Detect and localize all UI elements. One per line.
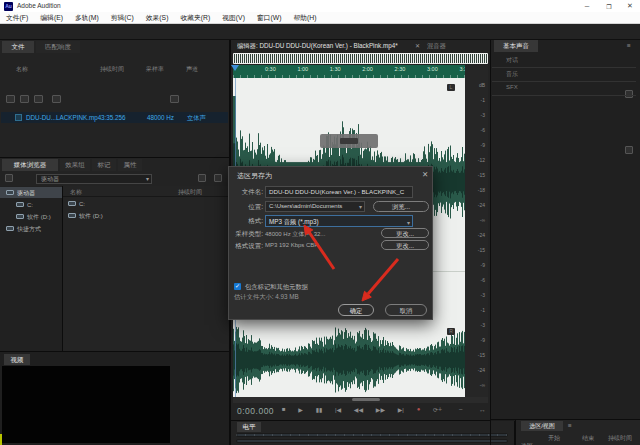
media-browser-panel: 驱动器 ▾ 媒体浏览器效果组标记属性名称持续时间驱动器C:软件 (D:)快捷方式…	[0, 158, 229, 352]
collapsed-panel-icon[interactable]	[625, 90, 633, 98]
panel-menu-icon[interactable]: ≡	[627, 42, 631, 49]
zoom-fit-button[interactable]: ↔	[479, 406, 486, 413]
close-button[interactable]: ✕	[623, 2, 637, 10]
ok-button[interactable]: 确定	[338, 304, 374, 316]
menu-item-1[interactable]: 编辑(E)	[40, 13, 63, 23]
media-tab-2[interactable]: 标记	[92, 159, 116, 171]
level-meter-right	[236, 439, 508, 443]
filename-field[interactable]: DDU-DU DDU-DU(Korean Ver.) - BLACKPINK_C	[265, 186, 413, 198]
files-column-2[interactable]: 采样率	[146, 65, 164, 74]
sample-type-value: 48000 Hz 立体声, 32...	[265, 230, 325, 239]
files-column-0[interactable]: 名称	[16, 65, 28, 74]
browse-button[interactable]: 浏览...	[373, 201, 429, 212]
pause-button[interactable]: ▮▮	[316, 406, 323, 413]
file-channels: 立体声	[187, 114, 206, 123]
media-tab-1[interactable]: 效果组	[60, 159, 90, 171]
cancel-button[interactable]: 取消	[385, 304, 427, 316]
record-button[interactable]: ●	[417, 406, 421, 413]
dialog-close-icon[interactable]: ✕	[422, 170, 428, 179]
playhead-marker[interactable]	[231, 65, 239, 71]
metadata-checkbox[interactable]: ✓	[234, 283, 241, 290]
open-file-icon[interactable]	[6, 95, 15, 103]
right-channel-badge[interactable]: R	[447, 328, 455, 335]
zoom-out-button[interactable]: −	[459, 406, 463, 413]
menu-item-5[interactable]: 收藏夹(R)	[180, 13, 210, 23]
menu-item-4[interactable]: 效果(S)	[146, 13, 169, 23]
new-file-icon[interactable]	[34, 95, 43, 103]
media-tab-3[interactable]: 属性	[118, 159, 142, 171]
back-icon[interactable]	[198, 174, 206, 182]
sample-type-label: 采样类型:	[223, 230, 263, 239]
location-dropdown[interactable]: C:\Users\admin\Documents ▾	[265, 201, 365, 212]
zoom-controls: +−↔	[438, 406, 486, 413]
menu-item-2[interactable]: 多轨(M)	[75, 13, 99, 23]
panel-menu-icon[interactable]: ≡	[568, 422, 572, 429]
editor-scrollbar-thumb[interactable]	[352, 398, 380, 401]
time-display: 0:00.000	[237, 406, 274, 416]
tree-item-3[interactable]: 快捷方式	[17, 224, 41, 235]
file-row[interactable]: DDU-DU...LACKPINK.mp4 3:35.256 48000 Hz …	[1, 112, 228, 123]
stop-button[interactable]: ■	[282, 406, 286, 413]
tree-item-0[interactable]: 驱动器	[17, 188, 35, 199]
volume-hud[interactable]	[320, 134, 378, 148]
meter-accent	[0, 434, 2, 445]
files-filter-icon[interactable]	[170, 95, 179, 103]
location-label: 位置:	[231, 203, 263, 212]
essential-sound-row-2[interactable]: SFX	[506, 84, 518, 90]
editor-tab-close-icon[interactable]: ✕	[415, 42, 420, 49]
volume-hud-knob[interactable]	[340, 138, 358, 144]
left-channel-badge[interactable]: L	[447, 84, 455, 91]
collapsed-panel-icon-2[interactable]	[625, 146, 633, 154]
media-list-column-1[interactable]: 持续时间	[178, 188, 202, 197]
editor-tab[interactable]: 编辑器: DDU-DU DDU-DU(Korean Ver.) - BlackP…	[237, 42, 409, 51]
ruler-tick-3: 2:00	[362, 66, 373, 72]
db-scale-label: -24	[467, 367, 485, 373]
change-sample-type-button[interactable]: 更改...	[381, 228, 429, 238]
files-column-1[interactable]: 持续时间	[100, 65, 124, 74]
waveform-overview[interactable]	[233, 53, 488, 64]
files-panel: DDU-DU...LACKPINK.mp4 3:35.256 48000 Hz …	[0, 40, 229, 158]
menu-item-0[interactable]: 文件(F)	[6, 13, 28, 23]
levels-panel-tab[interactable]: 电平	[237, 422, 261, 432]
insert-multitrack-icon[interactable]	[52, 95, 61, 103]
media-list-column-0[interactable]: 名称	[70, 188, 82, 197]
drive-icon	[16, 214, 24, 219]
menu-item-6[interactable]: 视图(V)	[222, 13, 245, 23]
format-dropdown[interactable]: MP3 音频 (*.mp3) ▾	[265, 215, 413, 227]
video-panel-tab[interactable]: 视频	[4, 354, 30, 365]
mixer-tab[interactable]: 混音器	[427, 42, 446, 51]
media-tab-0[interactable]: 媒体浏览器	[2, 159, 58, 171]
import-file-icon[interactable]	[20, 95, 29, 103]
add-shortcut-icon[interactable]	[214, 174, 222, 182]
menu-item-7[interactable]: 窗口(W)	[257, 13, 282, 23]
location-dropdown[interactable]: 驱动器 ▾	[36, 174, 152, 184]
media-list-item-1[interactable]: 软件 (D:)	[79, 211, 103, 222]
maximize-button[interactable]: ❐	[602, 3, 616, 10]
tree-item-2[interactable]: 软件 (D:)	[27, 212, 51, 223]
essential-sound-panel: 基本声音 ≡ 对话音乐SFX	[491, 40, 640, 419]
tree-item-1[interactable]: C:	[27, 200, 33, 211]
skip-to-start-button[interactable]: |◀	[335, 406, 341, 413]
skip-to-end-button[interactable]: ▶|	[398, 406, 404, 413]
selection-view-tab[interactable]: 选区/视图	[521, 421, 563, 431]
files-tab-1[interactable]: 匹配响度	[36, 41, 80, 53]
fast-forward-button[interactable]: ▶▶	[376, 406, 385, 413]
minimize-button[interactable]: –	[580, 1, 594, 10]
video-preview	[2, 366, 170, 443]
folder-up-icon[interactable]	[5, 174, 13, 182]
essential-sound-row-1[interactable]: 音乐	[506, 70, 518, 79]
files-tab-0[interactable]: 文件	[2, 41, 34, 53]
change-format-settings-button[interactable]: 更改...	[381, 240, 429, 250]
menu-item-3[interactable]: 剪辑(C)	[111, 13, 134, 23]
essential-sound-row-0[interactable]: 对话	[506, 56, 518, 65]
rewind-button[interactable]: ◀◀	[354, 406, 363, 413]
essential-sound-tab[interactable]: 基本声音	[494, 40, 538, 52]
play-button[interactable]: ▶	[298, 406, 303, 413]
zoom-in-button[interactable]: +	[438, 406, 442, 413]
db-scale-label: -18	[467, 187, 485, 193]
db-scale-label: -12	[467, 157, 485, 163]
files-column-3[interactable]: 声道	[186, 65, 198, 74]
menu-item-8[interactable]: 帮助(H)	[293, 13, 316, 23]
timeline-ruler[interactable]: 0:301:001:302:002:303:003:3	[233, 65, 465, 78]
media-list-item-0[interactable]: C:	[79, 199, 85, 210]
